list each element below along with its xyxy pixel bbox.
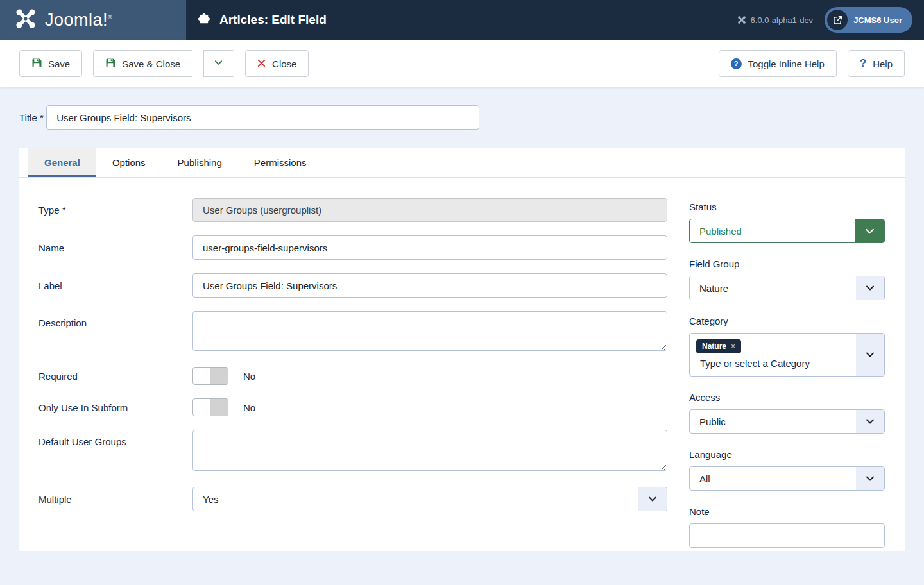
multiple-select[interactable]: Yes	[193, 487, 667, 511]
joomla-mini-icon	[737, 15, 746, 24]
chevron-down-icon	[855, 219, 884, 242]
required-toggle[interactable]	[193, 367, 228, 385]
chevron-down-icon	[856, 334, 884, 376]
access-select-value: Public	[690, 410, 856, 433]
name-field-row: Name	[38, 235, 667, 260]
category-label: Category	[689, 316, 728, 326]
field-group-label: Field Group	[689, 259, 739, 269]
tab-publishing[interactable]: Publishing	[162, 148, 238, 177]
save-close-button[interactable]: Save & Close	[93, 50, 193, 77]
page-title: Articles: Edit Field	[219, 13, 327, 27]
toggle-knob	[193, 368, 210, 384]
toggle-inline-help-button[interactable]: ? Toggle Inline Help	[719, 50, 837, 77]
language-select-value: All	[690, 467, 856, 490]
access-group: Access Public	[689, 392, 885, 434]
multiple-label: Multiple	[38, 494, 193, 505]
label-field-row: Label	[38, 273, 667, 298]
type-field-row: Type * User Groups (usergrouplist)	[38, 198, 667, 222]
tab-general[interactable]: General	[28, 148, 96, 177]
user-badge-label: JCMS6 User	[853, 15, 902, 25]
joomla-logo[interactable]: Joomla!®	[0, 0, 186, 40]
save-close-button-label: Save & Close	[122, 58, 180, 69]
puzzle-icon	[198, 12, 211, 28]
note-input[interactable]	[689, 523, 885, 548]
default-user-groups-row: Default User Groups	[38, 430, 667, 473]
version-indicator: 6.0.0-alpha1-dev	[737, 15, 814, 25]
toggle-inline-help-label: Toggle Inline Help	[748, 58, 825, 69]
label-input[interactable]	[193, 273, 667, 298]
chevron-down-icon	[214, 58, 223, 69]
status-label: Status	[689, 201, 717, 212]
only-subform-field-row: Only Use In Subform No	[38, 398, 667, 416]
default-user-groups-label: Default User Groups	[38, 430, 193, 447]
required-field-row: Required No	[38, 367, 667, 385]
title-input[interactable]	[46, 105, 479, 130]
edit-field-card: General Options Publishing Permissions T…	[19, 148, 905, 551]
toggle-track	[210, 368, 228, 384]
description-textarea[interactable]	[193, 311, 667, 351]
close-button[interactable]: Close	[245, 50, 309, 77]
toolbar: Save Save & Close Close ?	[0, 40, 924, 87]
toggle-track	[210, 399, 228, 416]
general-form: Type * User Groups (usergrouplist) Name …	[38, 198, 667, 563]
access-select[interactable]: Public	[689, 409, 885, 434]
title-field-block: Title *	[0, 87, 924, 130]
chevron-down-icon	[638, 488, 667, 511]
status-select[interactable]: Published	[689, 219, 885, 243]
required-label: Required	[38, 371, 193, 382]
default-user-groups-textarea[interactable]	[193, 430, 667, 471]
save-icon	[105, 58, 116, 70]
inline-help-icon: ?	[731, 58, 742, 69]
status-group: Status Published	[689, 201, 885, 243]
chevron-down-icon	[856, 467, 884, 490]
app-header: Joomla!® Articles: Edit Field 6.0.0-alph…	[0, 0, 924, 40]
language-group: Language All	[689, 449, 885, 491]
label-label: Label	[38, 280, 193, 291]
category-tag-label: Nature	[702, 342, 726, 351]
version-text: 6.0.0-alpha1-dev	[751, 15, 814, 25]
description-label: Description	[38, 311, 193, 328]
chevron-down-icon	[856, 276, 884, 300]
only-subform-label: Only Use In Subform	[38, 402, 193, 413]
language-select[interactable]: All	[689, 466, 885, 491]
save-options-dropdown-toggle[interactable]	[203, 50, 234, 77]
close-button-label: Close	[272, 58, 296, 69]
field-group-group: Field Group Nature	[689, 259, 885, 300]
note-label: Note	[689, 506, 710, 517]
page-heading: Articles: Edit Field	[186, 0, 327, 40]
note-group: Note	[689, 506, 885, 548]
category-input[interactable]	[696, 358, 848, 369]
category-group: Category Nature ×	[689, 316, 885, 377]
tabbar: General Options Publishing Permissions	[19, 148, 905, 178]
save-close-split-button: Save & Close	[93, 50, 234, 77]
save-button-label: Save	[48, 58, 70, 69]
status-select-value: Published	[690, 219, 855, 242]
multiple-select-value: Yes	[193, 488, 638, 511]
close-icon	[257, 58, 266, 69]
tab-options[interactable]: Options	[96, 148, 162, 177]
description-field-row: Description	[38, 311, 667, 353]
category-combobox[interactable]: Nature ×	[689, 333, 885, 377]
only-subform-toggle[interactable]	[193, 398, 228, 416]
toggle-knob	[193, 399, 210, 416]
name-label: Name	[38, 242, 193, 253]
name-input[interactable]	[193, 235, 667, 260]
help-button[interactable]: ? Help	[848, 50, 905, 77]
field-group-select[interactable]: Nature	[689, 276, 885, 300]
chevron-down-icon	[856, 410, 884, 433]
joomla-logo-icon	[14, 7, 37, 33]
tab-permissions[interactable]: Permissions	[238, 148, 323, 177]
settings-sidebar: Status Published Field Group Nature	[689, 198, 885, 563]
title-field-label: Title *	[19, 112, 44, 123]
required-value: No	[243, 371, 255, 382]
type-input-disabled: User Groups (usergrouplist)	[193, 198, 667, 222]
access-label: Access	[689, 392, 720, 403]
help-button-label: Help	[873, 58, 893, 69]
language-label: Language	[689, 449, 732, 460]
type-label: Type *	[38, 205, 193, 216]
user-menu-button[interactable]: JCMS6 User	[825, 7, 912, 33]
remove-tag-icon[interactable]: ×	[731, 342, 735, 351]
field-group-select-value: Nature	[690, 276, 856, 300]
only-subform-value: No	[243, 402, 255, 413]
save-button[interactable]: Save	[19, 50, 82, 77]
